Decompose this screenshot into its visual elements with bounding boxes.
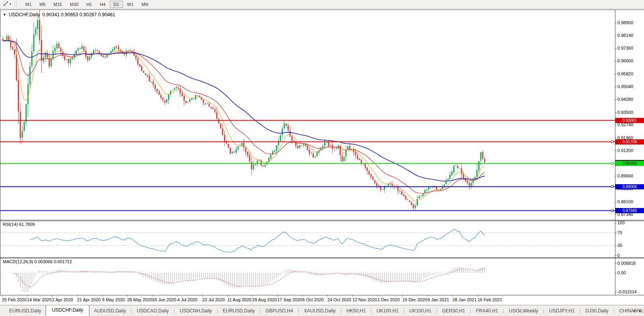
hline-marker bbox=[611, 141, 613, 143]
price-level-badge: 0.91709 bbox=[615, 139, 644, 145]
date-axis-tick bbox=[377, 295, 378, 297]
date-axis-tick bbox=[177, 295, 178, 297]
price-level-badge: 0.87560 bbox=[615, 208, 644, 213]
price-tick-label: 0.89660 bbox=[617, 173, 633, 178]
date-axis-tick bbox=[277, 295, 278, 297]
rsi-tick-label: 30 bbox=[617, 243, 622, 248]
price-axis-tick bbox=[615, 48, 617, 48]
main-panel-top-border bbox=[0, 10, 644, 10]
date-tick-label: 19 Dec 2020 bbox=[402, 297, 427, 302]
chart-title-dropdown-icon[interactable]: ▼ bbox=[3, 13, 6, 17]
symbol-tab-usdcnh-daily[interactable]: USDCNH,Daily bbox=[175, 306, 216, 316]
symbol-tab-usdcad-daily[interactable]: USDCAD,Daily bbox=[132, 306, 173, 316]
date-tick-label: 11 Aug 2020 bbox=[227, 297, 251, 302]
timeframe-button-group: M1M5M15M30H1H4D1W1MN bbox=[21, 1, 152, 8]
date-axis-tick bbox=[77, 295, 77, 297]
rsi-axis-tick bbox=[615, 223, 617, 223]
symbol-tab-audusd-daily[interactable]: AUDUSD,Daily bbox=[89, 306, 130, 316]
price-axis-tick bbox=[615, 176, 617, 176]
date-tick-label: 29 Aug 2020 bbox=[252, 297, 277, 302]
price-tick-label: 0.88100 bbox=[617, 199, 633, 204]
date-axis-tick bbox=[478, 295, 478, 297]
chart-symbol-label: USDCHF,Daily bbox=[9, 12, 40, 17]
date-axis-tick bbox=[152, 295, 153, 297]
symbol-tab-ger30-h1[interactable]: GER30,H1 bbox=[438, 306, 470, 316]
rsi-tick-label: 70 bbox=[617, 230, 622, 235]
date-axis-tick bbox=[202, 295, 203, 297]
date-tick-label: 25 Feb 2020 bbox=[2, 297, 27, 302]
symbol-tab-usdjpy-h1[interactable]: USDJPY,H1 bbox=[545, 306, 579, 316]
symbol-tab-fra40-h1[interactable]: FRA40,H1 bbox=[472, 306, 503, 316]
date-tick-label: 21 Apr 2020 bbox=[77, 297, 101, 302]
date-tick-label: 12 Nov 2020 bbox=[352, 297, 377, 302]
date-axis-tick bbox=[27, 295, 27, 297]
date-tick-label: 17 Sep 2020 bbox=[277, 297, 302, 302]
date-axis-tick bbox=[327, 295, 328, 297]
rsi-panel-top-border bbox=[0, 221, 644, 221]
date-tick-label: 16 Jun 2020 bbox=[152, 297, 176, 302]
main-chart-canvas[interactable] bbox=[0, 10, 615, 220]
macd-axis-tick bbox=[615, 292, 617, 292]
tool-dropdown-caret-icon[interactable]: ▾ bbox=[10, 3, 11, 6]
date-tick-label: 4 Jul 2020 bbox=[177, 297, 197, 302]
timeframe-button-mn[interactable]: MN bbox=[137, 1, 152, 8]
date-tick-label: 16 Feb 2021 bbox=[478, 297, 502, 302]
symbol-tab-gbpusd-h4[interactable]: GBPUSD,H4 bbox=[261, 306, 297, 316]
timeframe-button-m15[interactable]: M15 bbox=[50, 1, 66, 8]
rsi-tick-label: 0 bbox=[617, 253, 620, 258]
price-axis-tick bbox=[615, 23, 617, 23]
symbol-tab-eurusd-daily[interactable]: EURUSD,Daily bbox=[5, 306, 46, 316]
crosshair-tool-icon bbox=[3, 1, 9, 7]
date-axis-tick bbox=[227, 295, 228, 297]
crosshair-tool-button[interactable]: ▾ bbox=[2, 1, 12, 8]
chart-left-border bbox=[0, 10, 0, 295]
symbol-tab-uk100-h1[interactable]: UK100,H1 bbox=[405, 306, 435, 316]
price-tick-label: 0.93500 bbox=[617, 110, 633, 115]
top-toolbar: ▾ M1M5M15M30H1H4D1W1MN bbox=[0, 0, 644, 9]
price-level-badge: 0.93001 bbox=[615, 118, 644, 123]
price-tick-label: 0.95040 bbox=[617, 84, 633, 89]
symbol-tab-hk50-h1[interactable]: HK50,H1 bbox=[342, 306, 370, 316]
timeframe-button-m30[interactable]: M30 bbox=[66, 1, 82, 8]
price-axis-tick bbox=[615, 112, 617, 113]
rsi-axis-tick bbox=[615, 245, 617, 246]
rsi-canvas[interactable] bbox=[0, 221, 615, 257]
symbol-tab-usdchf-daily[interactable]: USDCHF,Daily bbox=[46, 305, 90, 316]
price-tick-label: 0.98900 bbox=[617, 20, 633, 25]
symbol-tab-dj30-daily[interactable]: DJ30,Daily bbox=[581, 306, 613, 316]
symbol-tab-usoil-weekly[interactable]: USOil,Weekly bbox=[505, 306, 543, 316]
date-tick-label: 14 Mar 2020 bbox=[27, 297, 52, 302]
price-tick-label: 0.92740 bbox=[617, 122, 633, 127]
macd-panel-top-border bbox=[0, 258, 644, 258]
timeframe-button-h1[interactable]: H1 bbox=[82, 1, 96, 8]
price-axis-tick bbox=[615, 87, 617, 87]
symbol-tab-eurusd-daily[interactable]: EURUSD,Daily bbox=[218, 306, 259, 316]
date-axis-tick bbox=[402, 295, 403, 297]
rsi-axis-tick bbox=[615, 255, 617, 256]
date-axis-tick bbox=[52, 295, 52, 297]
macd-tick-label: 0.005818 bbox=[617, 261, 636, 266]
date-tick-label: 1 Dec 2020 bbox=[377, 297, 400, 302]
date-tick-label: 6 Oct 2020 bbox=[302, 297, 324, 302]
timeframe-button-h4[interactable]: H4 bbox=[96, 1, 109, 8]
date-axis-tick bbox=[252, 295, 253, 297]
price-tick-label: 0.96600 bbox=[617, 58, 633, 63]
macd-indicator-label: MACD(12,26,9) 0.003066 0.001722 bbox=[3, 259, 72, 264]
price-tick-label: 0.97360 bbox=[617, 46, 633, 50]
hline-marker bbox=[611, 185, 613, 188]
symbol-tab-xauusd-daily[interactable]: XAUUSD,Daily bbox=[300, 306, 340, 316]
timeframe-button-d1[interactable]: D1 bbox=[110, 1, 123, 8]
date-axis-tick bbox=[352, 295, 353, 297]
tabs-scroll-right-button[interactable]: ► bbox=[638, 308, 642, 313]
price-level-badge: 0.90406 bbox=[615, 161, 644, 166]
timeframe-button-m1[interactable]: M1 bbox=[21, 1, 35, 8]
macd-tick-label: -0.011514 bbox=[617, 289, 637, 294]
symbol-tab-uk100-h1[interactable]: UK100,H1 bbox=[372, 306, 403, 316]
date-axis-tick bbox=[102, 295, 102, 297]
toolbar-grip-handle[interactable] bbox=[15, 2, 17, 7]
mt4-window: ▾ M1M5M15M30H1H4D1W1MN ▼ USDCHF,Daily 0.… bbox=[0, 0, 644, 316]
tabs-scroll-left-button[interactable]: ◄ bbox=[632, 308, 636, 313]
macd-canvas[interactable] bbox=[0, 258, 615, 295]
timeframe-button-w1[interactable]: W1 bbox=[123, 1, 138, 8]
timeframe-button-m5[interactable]: M5 bbox=[35, 1, 49, 8]
